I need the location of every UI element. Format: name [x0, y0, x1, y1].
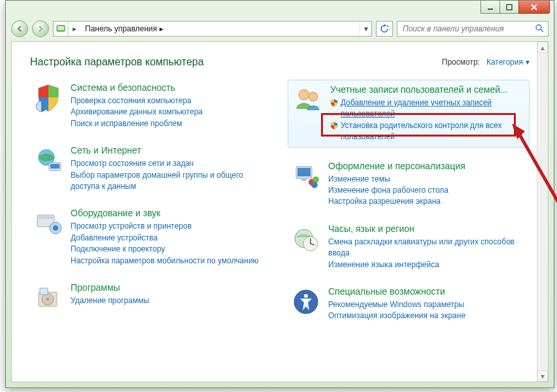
network-internet-icon: [33, 145, 64, 176]
sublink[interactable]: Изменение языка интерфейса: [328, 259, 527, 270]
svg-point-24: [311, 182, 318, 188]
control-panel-icon: [54, 22, 68, 36]
sublink[interactable]: Просмотр состояния сети и задач: [71, 158, 269, 169]
sublink[interactable]: Просмотр устройств и принтеров: [71, 221, 269, 232]
view-dropdown[interactable]: Категория ▾: [486, 57, 530, 67]
sublink[interactable]: Добавление устройства: [71, 233, 269, 244]
category-appearance: Оформление и персонализация Изменение те…: [288, 158, 530, 210]
programs-icon: [33, 282, 64, 314]
category-network-internet: Сеть и Интернет Просмотр состояния сети …: [30, 142, 272, 195]
category-hardware-sound: Оборудование и звук Просмотр устройств и…: [30, 205, 272, 269]
category-title[interactable]: Сеть и Интернет: [71, 145, 269, 155]
svg-rect-10: [39, 216, 53, 219]
breadcrumb-label: Панель управления: [85, 24, 157, 33]
close-button[interactable]: [518, 1, 550, 14]
sublink[interactable]: Настройка параметров мобильности по умол…: [71, 255, 269, 267]
category-system-security: Система и безопасность Проверка состояни…: [30, 80, 272, 132]
navigation-row: ▸ Панель управления ▸ ▾: [6, 18, 554, 40]
window-frame: ▸ Панель управления ▸ ▾ Настройка параме…: [5, 0, 554, 388]
hardware-sound-icon: [33, 208, 64, 239]
sublink[interactable]: Подключение к проектору: [71, 244, 269, 255]
svg-point-28: [304, 294, 308, 298]
sublink[interactable]: Рекомендуемые Windows параметры: [328, 299, 527, 310]
sublink[interactable]: Изменение темы: [328, 174, 527, 185]
sublink[interactable]: Смена раскладки клавиатуры или других сп…: [328, 237, 527, 259]
left-column: Система и безопасность Проверка состояни…: [30, 80, 272, 335]
view-label: Просмотр:: [442, 57, 480, 67]
view-selector: Просмотр: Категория ▾: [442, 57, 530, 67]
svg-point-15: [46, 298, 49, 301]
sublink[interactable]: Удаление программы: [71, 295, 269, 306]
category-clock-language: Часы, язык и регион Смена раскладки клав…: [288, 221, 530, 273]
titlebar: [6, 1, 554, 18]
svg-rect-1: [507, 5, 512, 10]
svg-point-4: [536, 25, 541, 30]
category-title[interactable]: Учетные записи пользователей и семей...: [330, 84, 525, 95]
sublink[interactable]: Изменение фона рабочего стола: [328, 185, 527, 196]
category-title[interactable]: Система и безопасность: [71, 82, 269, 93]
appearance-icon: [290, 161, 322, 192]
sublink-parental-controls[interactable]: Установка родительского контроля для все…: [341, 120, 525, 143]
category-title[interactable]: Оформление и персонализация: [328, 161, 527, 171]
scroll-up-icon[interactable]: ▴: [537, 42, 548, 53]
sublink[interactable]: Поиск и исправление проблем: [71, 118, 269, 129]
system-security-icon: [33, 82, 64, 114]
clock-language-icon: [290, 223, 322, 255]
breadcrumb[interactable]: Панель управления ▸: [80, 24, 360, 33]
search-box[interactable]: [397, 21, 549, 37]
search-input[interactable]: [401, 24, 532, 34]
sublink[interactable]: Оптимизация изображения на экране: [328, 310, 527, 321]
scroll-track[interactable]: [537, 53, 548, 370]
category-ease-of-access: Специальные возможности Рекомендуемые Wi…: [288, 284, 530, 325]
shield-icon: [330, 122, 338, 133]
svg-point-17: [299, 90, 309, 100]
search-icon[interactable]: [535, 24, 544, 35]
forward-button[interactable]: [32, 20, 49, 37]
breadcrumb-sep-icon: ▸: [160, 24, 163, 33]
ease-of-access-icon: [290, 286, 322, 318]
back-button[interactable]: [11, 20, 28, 37]
right-column: Учетные записи пользователей и семей... …: [288, 80, 530, 335]
vertical-scrollbar[interactable]: ▴ ▾: [537, 42, 548, 382]
refresh-button[interactable]: [376, 21, 393, 37]
page-title: Настройка параметров компьютера: [30, 56, 204, 68]
svg-point-18: [309, 92, 318, 101]
address-dropdown-icon[interactable]: ▾: [360, 22, 371, 36]
category-title[interactable]: Часы, язык и регион: [328, 223, 527, 234]
sublink[interactable]: Настройка разрешения экрана: [328, 196, 527, 207]
svg-point-12: [53, 225, 58, 231]
category-user-accounts: Учетные записи пользователей и семей... …: [288, 80, 530, 148]
minimize-button[interactable]: [481, 1, 500, 14]
sublink-add-remove-accounts[interactable]: Добавление и удаление учетных записей по…: [341, 97, 525, 120]
scroll-down-icon[interactable]: ▾: [537, 370, 548, 382]
sublink[interactable]: Выбор параметров домашней группы и общег…: [71, 170, 269, 193]
shield-icon: [330, 99, 338, 110]
category-title[interactable]: Оборудование и звук: [71, 208, 269, 218]
svg-rect-16: [40, 288, 48, 295]
user-accounts-icon: [292, 84, 324, 116]
svg-rect-8: [50, 164, 59, 169]
svg-rect-21: [301, 178, 307, 181]
content-area: Настройка параметров компьютера Просмотр…: [11, 41, 549, 382]
view-value: Категория: [486, 57, 523, 67]
svg-rect-3: [58, 26, 64, 30]
category-title[interactable]: Программы: [71, 282, 269, 293]
address-bar[interactable]: ▸ Панель управления ▸ ▾: [53, 21, 372, 37]
sublink[interactable]: Проверка состояния компьютера: [71, 95, 269, 106]
category-programs: Программы Удаление программы: [30, 280, 272, 316]
maximize-button[interactable]: [499, 1, 519, 14]
chevron-down-icon: ▾: [526, 57, 530, 67]
breadcrumb-chevron-icon[interactable]: ▸: [68, 22, 80, 36]
sublink[interactable]: Архивирование данных компьютера: [71, 106, 269, 118]
svg-rect-20: [297, 168, 311, 176]
svg-rect-0: [488, 8, 493, 10]
category-title[interactable]: Специальные возможности: [328, 286, 527, 297]
